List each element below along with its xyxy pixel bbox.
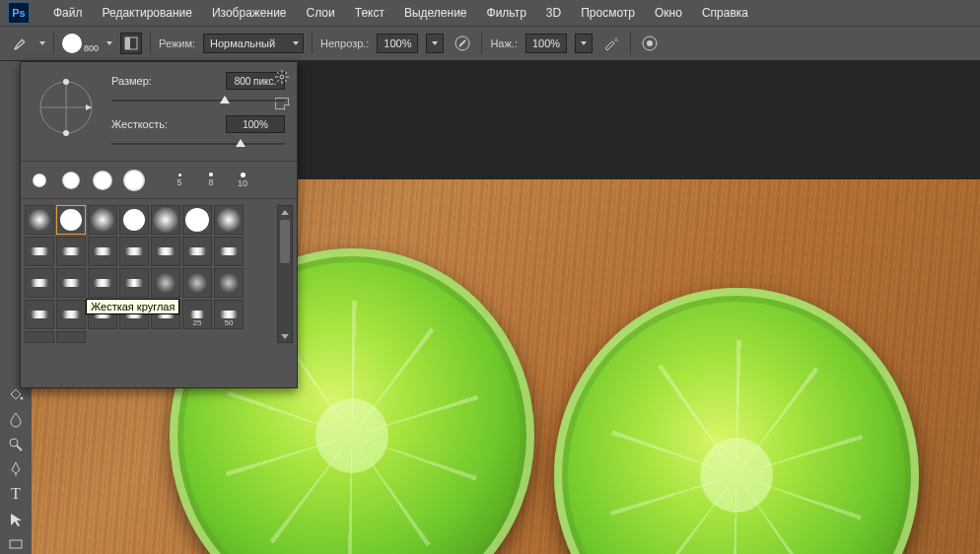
brush-preset[interactable] [151,205,180,235]
app-logo: Ps [8,2,30,24]
svg-line-18 [277,72,279,74]
brush-preset[interactable] [214,205,244,235]
menu-help[interactable]: Справка [692,2,758,24]
svg-line-10 [17,446,22,450]
svg-point-4 [616,39,617,40]
opacity-dropdown[interactable] [426,34,444,53]
hardness-slider[interactable] [111,137,285,151]
menu-select[interactable]: Выделение [394,2,477,24]
menu-3d[interactable]: 3D [536,2,571,24]
brush-preset[interactable]: 25 [182,300,212,329]
svg-point-5 [614,39,615,40]
scroll-thumb[interactable] [280,220,290,263]
brush-dropdown-arrow-icon[interactable] [106,41,112,45]
brush-preset[interactable] [25,268,54,298]
brush-preset[interactable] [25,300,54,329]
svg-rect-1 [125,37,130,49]
tool-preset-arrow-icon[interactable] [39,41,45,45]
brush-preset[interactable] [182,268,212,298]
brush-preset[interactable] [25,331,54,343]
quick-soft-2[interactable] [56,164,86,197]
gear-icon[interactable] [275,70,289,84]
airbrush-button[interactable] [600,33,622,54]
mode-label: Режим: [159,37,195,49]
brush-quick-sizes: 5 8 10 [21,161,297,198]
tool-text[interactable]: T [4,485,28,504]
brush-preset[interactable] [88,268,117,298]
chevron-down-icon [581,41,587,45]
svg-point-9 [10,439,18,447]
pressure-opacity-button[interactable] [452,33,473,54]
tool-path-select[interactable] [4,510,28,528]
flow-dropdown[interactable] [575,34,593,53]
brush-tooltip: Жесткая круглая [86,299,179,314]
brush-preset[interactable] [25,205,54,235]
size-label: Размер: [111,75,152,87]
opacity-input[interactable]: 100% [377,34,418,53]
brush-preset[interactable] [182,237,212,266]
menu-bar: Ps Файл Редактирование Изображение Слои … [0,0,980,26]
brush-panel-toggle[interactable] [120,33,142,54]
flow-input[interactable]: 100% [525,34,567,53]
svg-point-8 [21,396,24,399]
brush-preset[interactable] [56,237,86,266]
flow-label: Наж.: [490,37,518,49]
svg-point-13 [280,75,284,79]
brush-preset[interactable] [56,300,86,329]
brush-preset[interactable] [56,331,86,343]
menu-window[interactable]: Окно [645,2,692,24]
menu-filter[interactable]: Фильтр [477,2,536,24]
quick-hard-5[interactable]: 5 [165,164,194,197]
quick-divider [151,164,163,197]
options-bar: 800 Режим: Нормальный Непрозр.: 100% Наж… [0,26,980,61]
size-slider[interactable] [111,94,285,107]
menu-text[interactable]: Текст [345,2,394,24]
menu-edit[interactable]: Редактирование [93,2,202,24]
tool-dodge[interactable] [4,435,28,453]
brush-preset[interactable]: 50 [214,300,244,329]
brush-preset[interactable] [88,205,117,235]
svg-line-19 [285,80,287,82]
separator [53,33,54,54]
brush-angle-widget[interactable] [31,72,102,143]
brush-preset[interactable] [182,205,212,235]
scroll-down-icon[interactable] [278,330,292,342]
separator [630,33,631,54]
quick-hard-8[interactable]: 8 [196,164,226,197]
brush-preset-selected[interactable] [56,205,86,235]
hardness-input[interactable]: 100% [226,115,285,133]
brush-preset[interactable] [214,268,244,298]
brush-preset[interactable] [214,237,244,266]
quick-hard-10[interactable]: 10 [228,164,257,197]
brush-preview[interactable]: 800 [62,34,99,53]
menu-file[interactable]: Файл [43,2,93,24]
brush-preset[interactable] [151,237,180,266]
brush-preset[interactable] [119,205,149,235]
brush-preset-popup: Размер: 800 пикс. Жесткость: 100% 5 8 10 [20,61,298,388]
mode-dropdown[interactable]: Нормальный [203,34,304,53]
quick-hard-1[interactable] [88,164,117,197]
menu-layers[interactable]: Слои [297,2,345,24]
svg-point-7 [647,40,653,46]
brush-preset[interactable] [119,237,149,266]
tool-rectangle[interactable] [4,535,28,554]
svg-line-21 [277,80,279,82]
separator [481,33,482,54]
brush-size-label: 800 [84,43,99,53]
quick-soft-3[interactable] [119,164,149,197]
brush-preset[interactable] [56,268,86,298]
tool-brush-icon[interactable] [10,33,32,54]
tool-pen[interactable] [4,459,28,478]
quick-soft-1[interactable] [25,164,54,197]
scroll-up-icon[interactable] [278,206,292,218]
menu-view[interactable]: Просмотр [571,2,645,24]
brush-preset[interactable] [151,268,180,298]
pressure-size-button[interactable] [639,33,661,54]
brush-preset[interactable] [88,237,117,266]
brush-preset[interactable] [25,237,54,266]
brush-preset[interactable] [119,268,149,298]
opacity-label: Непрозр.: [320,37,369,49]
menu-image[interactable]: Изображение [202,2,297,24]
preset-scrollbar[interactable] [277,205,293,343]
tool-blur[interactable] [4,409,28,428]
